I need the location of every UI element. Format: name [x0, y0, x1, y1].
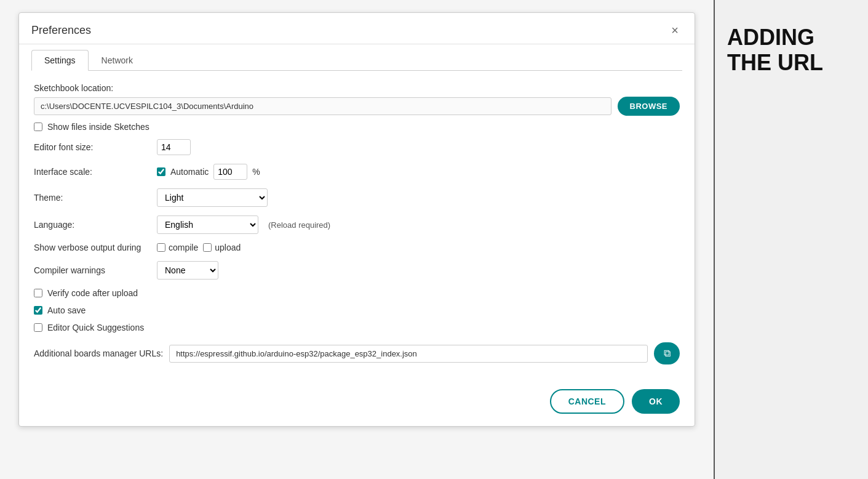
editor-quick-row: Editor Quick Suggestions — [34, 323, 680, 332]
language-controls: English Spanish French German (Reload re… — [157, 215, 330, 234]
verbose-upload-option: upload — [203, 243, 241, 252]
url-input[interactable] — [169, 345, 648, 363]
scale-percent: % — [252, 167, 260, 177]
ok-button[interactable]: OK — [632, 389, 680, 414]
url-copy-button[interactable]: ⧉ — [654, 342, 680, 364]
editor-quick-label: Editor Quick Suggestions — [47, 323, 144, 332]
theme-row: Theme: Light Dark — [34, 188, 680, 207]
verify-code-row: Verify code after upload — [34, 288, 680, 298]
sketchbook-section: Sketchbook location: BROWSE — [34, 83, 680, 116]
interface-scale-label: Interface scale: — [34, 167, 157, 177]
scale-controls: Automatic % — [157, 164, 260, 180]
verify-code-checkbox[interactable] — [34, 289, 42, 297]
theme-select[interactable]: Light Dark — [157, 188, 268, 207]
auto-scale-label: Automatic — [170, 167, 209, 177]
verify-code-label: Verify code after upload — [47, 288, 138, 298]
verbose-upload-label: upload — [215, 243, 241, 252]
adding-url-heading: ADDING THE URL — [727, 25, 823, 76]
verbose-upload-checkbox[interactable] — [203, 243, 212, 252]
browse-button[interactable]: BROWSE — [618, 97, 680, 116]
cancel-button[interactable]: CANCEL — [550, 389, 624, 414]
verbose-compile-checkbox[interactable] — [157, 243, 165, 252]
verbose-compile-option: compile — [157, 243, 198, 252]
dialog-title: Preferences — [31, 24, 91, 37]
preferences-dialog: Preferences × Settings Network Sketchboo… — [18, 12, 695, 427]
show-files-row: Show files inside Sketches — [34, 122, 680, 132]
language-label: Language: — [34, 220, 157, 230]
reload-note: (Reload required) — [268, 220, 330, 230]
font-size-input[interactable] — [157, 139, 191, 155]
language-row: Language: English Spanish French German … — [34, 215, 680, 234]
compiler-warnings-label: Compiler warnings — [34, 265, 157, 275]
url-row: Additional boards manager URLs: ⧉ — [34, 342, 680, 364]
verbose-row: Show verbose output during compile uploa… — [34, 243, 680, 252]
url-label: Additional boards manager URLs: — [34, 348, 163, 358]
font-size-label: Editor font size: — [34, 142, 157, 152]
verbose-compile-label: compile — [169, 243, 198, 252]
auto-scale-checkbox[interactable] — [157, 167, 165, 176]
verbose-label: Show verbose output during — [34, 243, 157, 252]
tab-network[interactable]: Network — [89, 50, 146, 71]
dialog-footer: CANCEL OK — [19, 377, 695, 426]
right-panel: ADDING THE URL — [714, 0, 868, 479]
compiler-warnings-select[interactable]: None Default More All — [157, 261, 218, 280]
font-size-row: Editor font size: — [34, 139, 680, 155]
sketchbook-path-row: BROWSE — [34, 97, 680, 116]
language-select[interactable]: English Spanish French German — [157, 215, 258, 234]
auto-save-row: Auto save — [34, 305, 680, 315]
tab-bar: Settings Network — [31, 44, 682, 71]
verbose-options: compile upload — [157, 243, 241, 252]
editor-quick-checkbox[interactable] — [34, 323, 42, 332]
close-button[interactable]: × — [667, 23, 682, 38]
theme-label: Theme: — [34, 193, 157, 203]
interface-scale-row: Interface scale: Automatic % — [34, 164, 680, 180]
dialog-header: Preferences × — [19, 13, 695, 44]
settings-tab-content: Sketchbook location: BROWSE Show files i… — [19, 71, 695, 377]
tab-settings[interactable]: Settings — [31, 50, 89, 71]
sketchbook-path-input[interactable] — [34, 97, 611, 115]
compiler-warnings-row: Compiler warnings None Default More All — [34, 261, 680, 280]
sketchbook-label: Sketchbook location: — [34, 83, 680, 93]
scale-value-input[interactable] — [213, 164, 247, 180]
url-section: Additional boards manager URLs: ⧉ — [34, 342, 680, 364]
auto-save-checkbox[interactable] — [34, 306, 42, 315]
show-files-checkbox[interactable] — [34, 123, 42, 131]
auto-save-label: Auto save — [47, 305, 86, 315]
show-files-label: Show files inside Sketches — [47, 122, 149, 132]
